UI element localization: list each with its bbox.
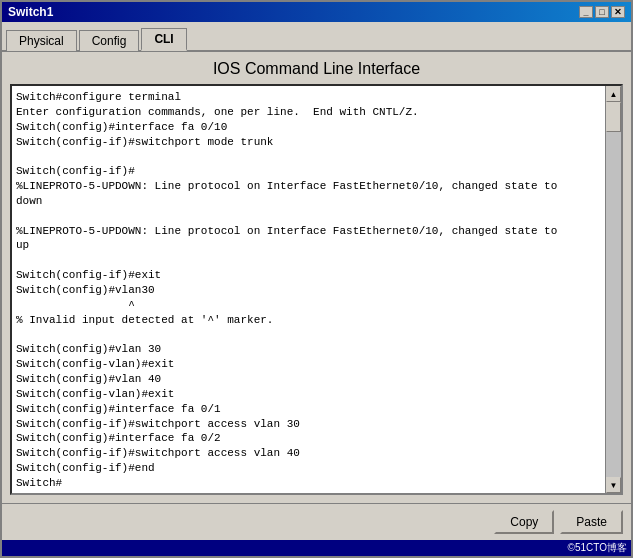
copy-button[interactable]: Copy (494, 510, 554, 534)
scrollbar-track[interactable] (606, 102, 621, 477)
main-window: Switch1 _ □ ✕ Physical Config CLI IOS Co… (0, 0, 633, 558)
terminal-wrapper: Switch#configure terminal Enter configur… (10, 84, 623, 495)
watermark: ©51CTO博客 (2, 540, 631, 556)
paste-button[interactable]: Paste (560, 510, 623, 534)
scrollbar-thumb[interactable] (606, 102, 621, 132)
window-title: Switch1 (8, 5, 53, 19)
title-bar: Switch1 _ □ ✕ (2, 2, 631, 22)
main-content: IOS Command Line Interface Switch#config… (2, 52, 631, 503)
minimize-button[interactable]: _ (579, 6, 593, 18)
scroll-down-button[interactable]: ▼ (606, 477, 621, 493)
tab-cli[interactable]: CLI (141, 28, 186, 51)
terminal-output[interactable]: Switch#configure terminal Enter configur… (12, 86, 605, 493)
panel-title: IOS Command Line Interface (10, 60, 623, 78)
scroll-up-button[interactable]: ▲ (606, 86, 621, 102)
bottom-bar: Copy Paste (2, 503, 631, 540)
maximize-button[interactable]: □ (595, 6, 609, 18)
close-button[interactable]: ✕ (611, 6, 625, 18)
title-bar-buttons: _ □ ✕ (579, 6, 625, 18)
tab-physical[interactable]: Physical (6, 30, 77, 51)
scrollbar: ▲ ▼ (605, 86, 621, 493)
tab-bar: Physical Config CLI (2, 22, 631, 52)
tab-config[interactable]: Config (79, 30, 140, 51)
